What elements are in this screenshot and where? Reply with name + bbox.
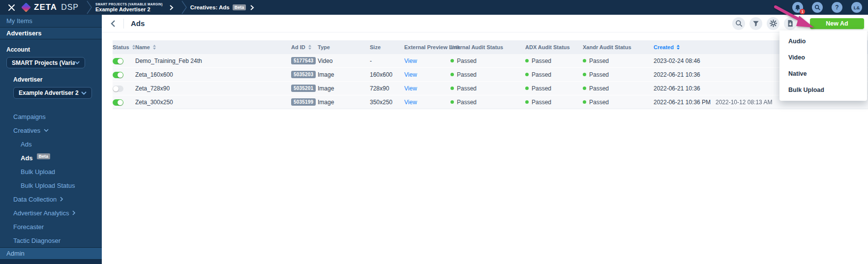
sort-icon[interactable] <box>153 45 156 50</box>
sidebar-item-ads[interactable]: Ads <box>0 137 102 151</box>
sidebar-item-advertisers[interactable]: Advertisers <box>0 28 102 39</box>
sidebar-item-my-items[interactable]: My Items <box>0 15 102 28</box>
breadcrumb-page-name: Creatives: Ads <box>190 4 230 10</box>
chevron-right-icon <box>60 197 63 202</box>
ad-id-badge: 5035199 <box>291 98 316 106</box>
close-icon[interactable] <box>7 3 16 12</box>
column-header-type: Type <box>318 44 370 50</box>
beta-badge: Beta <box>37 153 51 159</box>
nav-label: Campaigns <box>13 113 46 120</box>
status-label: Passed <box>589 58 609 64</box>
export-button[interactable] <box>784 17 797 30</box>
new-ad-button[interactable]: New Ad <box>810 18 864 29</box>
column-header-status[interactable]: Status <box>113 44 135 50</box>
ad-name: Zeta_160x600 <box>135 71 291 78</box>
account-select-value: SMART Projects (Varia... <box>12 59 75 66</box>
toggle-knob <box>118 72 123 78</box>
settings-button[interactable] <box>767 17 779 30</box>
ad-size: 728x90 <box>370 85 404 92</box>
breadcrumb-advertiser-name: Example Advertiser 2 <box>95 6 163 12</box>
column-header-external-preview: External Preview Link <box>404 44 450 50</box>
column-header-created[interactable]: Created <box>654 44 716 50</box>
chevron-right-icon[interactable] <box>170 5 174 10</box>
status-toggle[interactable] <box>113 86 123 92</box>
search-icon <box>814 4 820 10</box>
internal-audit-status: Passed <box>450 58 521 64</box>
sidebar-item-bulk-upload-status[interactable]: Bulk Upload Status <box>0 178 102 192</box>
column-header-ad-id[interactable]: Ad ID <box>291 44 318 50</box>
topbar: ZETA DSP SMART PROJECTS (VARIABLE MARGIN… <box>0 0 868 15</box>
preview-view-link[interactable]: View <box>404 85 417 92</box>
preview-view-link[interactable]: View <box>404 99 417 106</box>
back-button[interactable] <box>111 19 119 29</box>
notification-count-badge: 1 <box>800 9 805 14</box>
sidebar-item-campaigns[interactable]: Campaigns <box>0 110 102 123</box>
table-row: Demo_Training_Feb 24th 5177543 Video - V… <box>113 54 868 68</box>
breadcrumb-advertiser[interactable]: SMART PROJECTS (VARIABLE MARGIN) Example… <box>95 2 174 12</box>
adx-audit-status: Passed <box>525 71 579 78</box>
menu-item-video[interactable]: Video <box>779 49 867 65</box>
advertiser-select[interactable]: Example Advertiser 2 <box>13 87 92 99</box>
header-divider <box>123 19 124 29</box>
sidebar-item-bulk-upload[interactable]: Bulk Upload <box>0 165 102 178</box>
breadcrumb-separator-icon <box>87 0 92 15</box>
sidebar-item-data-collection[interactable]: Data Collection <box>0 192 102 206</box>
sidebar-item-ads-beta[interactable]: AdsBeta <box>0 151 102 165</box>
menu-item-native[interactable]: Native <box>779 65 867 82</box>
column-header-size: Size <box>370 44 404 50</box>
table-search-button[interactable] <box>732 17 745 30</box>
status-toggle[interactable] <box>113 99 123 106</box>
help-button[interactable]: ? <box>832 2 842 13</box>
sidebar-item-forecaster[interactable]: Forecaster <box>0 220 102 234</box>
internal-audit-status: Passed <box>450 85 521 92</box>
ad-size: 160x600 <box>370 71 404 78</box>
status-label: Passed <box>457 71 477 78</box>
ad-id-badge: 5035201 <box>291 85 316 92</box>
chevron-right-icon[interactable] <box>250 5 254 10</box>
search-button[interactable] <box>812 2 823 13</box>
sidebar-nav: Campaigns Creatives Ads AdsBeta Bulk Upl… <box>0 110 102 247</box>
nav-label: Forecaster <box>13 223 44 231</box>
status-toggle[interactable] <box>113 58 123 64</box>
sort-icon[interactable] <box>132 45 135 50</box>
notifications-button[interactable]: 1 <box>792 2 803 13</box>
sidebar-item-advertiser-analytics[interactable]: Advertiser Analytics <box>0 206 102 220</box>
created-date: 2022-06-21 10:36 <box>654 71 716 78</box>
adx-audit-status: Passed <box>525 58 579 64</box>
sidebar-item-tactic-diagnoser[interactable]: Tactic Diagnoser <box>0 234 102 247</box>
chevron-down-icon <box>75 61 80 64</box>
sidebar-item-admin[interactable]: Admin <box>0 247 102 260</box>
ad-id-badge: 5035203 <box>291 71 316 78</box>
chevron-right-icon <box>72 210 76 215</box>
menu-item-bulk-upload[interactable]: Bulk Upload <box>779 82 867 98</box>
column-label: Status <box>113 44 129 50</box>
column-label: Created <box>654 44 674 50</box>
preview-view-link[interactable]: View <box>404 71 417 78</box>
breadcrumb-creatives-ads[interactable]: Creatives: Ads Beta <box>190 4 255 10</box>
preview-view-link[interactable]: View <box>404 58 417 64</box>
status-label: Passed <box>532 85 551 92</box>
column-header-adx-audit: ADX Audit Status <box>525 44 583 50</box>
column-header-name[interactable]: Name <box>135 44 291 50</box>
avatar-initials: L& <box>854 5 860 10</box>
sort-icon[interactable] <box>677 45 680 50</box>
column-label: Ad ID <box>291 44 305 50</box>
nav-label: Creatives <box>13 127 40 134</box>
sort-icon[interactable] <box>308 45 311 50</box>
status-toggle[interactable] <box>113 72 123 78</box>
toggle-knob <box>113 86 119 91</box>
column-header-xandr-audit: Xandr Audit Status <box>583 44 654 50</box>
filter-button[interactable] <box>749 17 762 30</box>
internal-audit-status: Passed <box>450 71 521 78</box>
beta-badge: Beta <box>233 4 246 10</box>
advertiser-select-value: Example Advertiser 2 <box>19 89 79 96</box>
sidebar-item-creatives[interactable]: Creatives <box>0 123 102 137</box>
adx-audit-status: Passed <box>525 99 579 106</box>
page-title: Ads <box>131 19 145 28</box>
status-label: Passed <box>457 99 477 106</box>
user-avatar[interactable]: L& <box>851 2 862 13</box>
account-select[interactable]: SMART Projects (Varia... <box>6 57 85 69</box>
xandr-audit-status: Passed <box>583 58 650 64</box>
page-header: Ads New Ad <box>102 15 868 32</box>
menu-item-audio[interactable]: Audio <box>779 33 867 49</box>
